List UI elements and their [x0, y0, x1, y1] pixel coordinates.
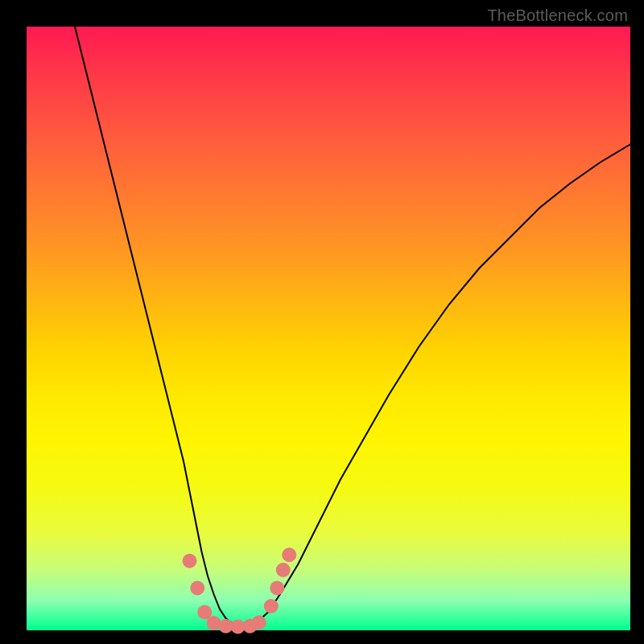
marker-point: [252, 615, 266, 630]
marker-point: [282, 547, 296, 562]
marker-point: [270, 581, 284, 596]
chart-svg: [27, 27, 630, 630]
chart-frame: TheBottleneck.com: [0, 0, 644, 644]
credit-text: TheBottleneck.com: [487, 6, 628, 25]
marker-point: [276, 563, 291, 577]
marker-point: [183, 554, 197, 568]
marker-point: [207, 616, 221, 630]
marker-point: [264, 599, 279, 613]
curve-line: [75, 27, 630, 627]
marker-point: [190, 581, 204, 596]
marker-group: [183, 547, 297, 634]
